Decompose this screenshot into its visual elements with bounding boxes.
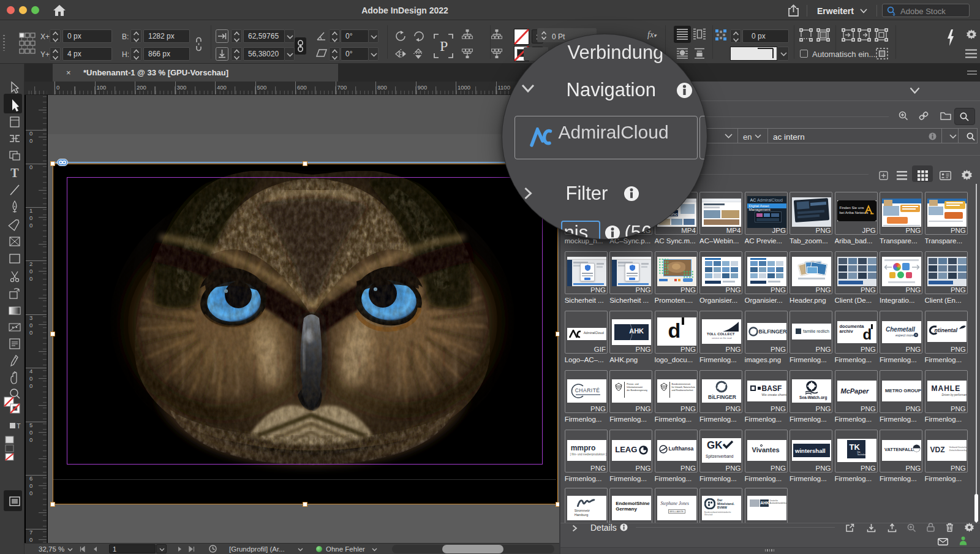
svg-text:P: P — [440, 38, 448, 54]
svg-text:T: T — [10, 166, 19, 180]
svg-text:T: T — [17, 422, 21, 430]
